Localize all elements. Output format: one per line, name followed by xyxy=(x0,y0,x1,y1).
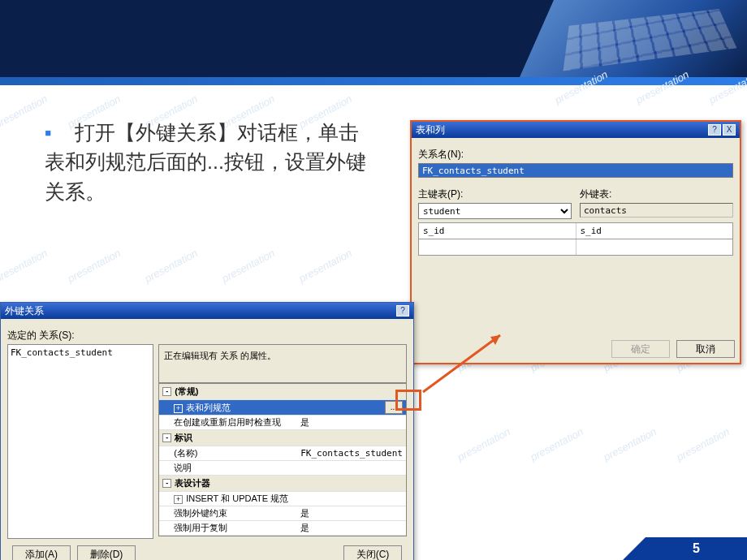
prop-desc-label: 说明 xyxy=(159,461,297,475)
watermark: presentation xyxy=(0,247,50,285)
header-bar xyxy=(0,77,747,85)
watermark: presentation xyxy=(66,247,123,285)
watermark: presentation xyxy=(529,425,585,463)
column-empty[interactable] xyxy=(419,239,576,255)
prop-table-columns[interactable]: +表和列规范 ... xyxy=(159,400,406,416)
collapse-icon[interactable]: - xyxy=(162,387,171,396)
prop-enforce-label: 强制外键约束 xyxy=(159,506,297,520)
collapse-icon[interactable]: - xyxy=(162,433,171,442)
dialog-title: 外键关系 xyxy=(5,304,44,318)
fk-table-readonly: contacts xyxy=(580,203,733,218)
fk-column-cell[interactable]: s_id xyxy=(576,223,733,239)
bullet-icon: ▪ xyxy=(45,121,52,144)
property-grid: -(常规) +表和列规范 ... 在创建或重新启用时检查现是 -标识 (名称)F… xyxy=(158,383,407,536)
prop-enforce-value[interactable]: 是 xyxy=(297,506,406,520)
prop-insert-update: INSERT 和 UPDATE 规范 xyxy=(186,493,288,503)
dialog-titlebar[interactable]: 表和列 ? X xyxy=(412,122,740,138)
prop-replication-label: 强制用于复制 xyxy=(159,521,297,535)
relation-item[interactable]: FK_contacts_student xyxy=(11,347,150,358)
relation-name-input[interactable] xyxy=(418,163,733,178)
ellipsis-button[interactable]: ... xyxy=(385,401,403,414)
ok-button[interactable]: 确定 xyxy=(611,340,670,358)
relation-list[interactable]: FK_contacts_student xyxy=(7,344,153,539)
close-button[interactable]: 关闭(C) xyxy=(343,545,402,560)
help-icon[interactable]: ? xyxy=(396,305,409,317)
pk-table-select[interactable]: student xyxy=(418,203,572,219)
prop-desc-value[interactable] xyxy=(297,467,406,469)
dialog-title: 表和列 xyxy=(416,123,445,137)
prop-name-value[interactable]: FK_contacts_student xyxy=(297,447,406,459)
add-button[interactable]: 添加(A) xyxy=(12,545,71,560)
fk-table-label: 外键表: xyxy=(580,187,733,201)
edit-message: 正在编辑现有 关系 的属性。 xyxy=(158,344,407,383)
delete-button[interactable]: 删除(D) xyxy=(77,545,136,560)
selected-relation-label: 选定的 关系(S): xyxy=(7,329,407,342)
page-number: 5 xyxy=(646,537,747,560)
relation-name-label: 关系名(N): xyxy=(418,148,733,162)
cancel-button[interactable]: 取消 xyxy=(676,340,735,358)
prop-replication-value[interactable]: 是 xyxy=(297,521,406,535)
expand-icon[interactable]: + xyxy=(174,404,183,413)
category-table-designer: 表设计器 xyxy=(175,477,210,489)
prop-name-label: (名称) xyxy=(159,446,297,460)
category-general: (常规) xyxy=(175,386,198,398)
watermark: presentation xyxy=(0,93,50,131)
pk-table-label: 主键表(P): xyxy=(418,187,572,201)
expand-icon[interactable]: + xyxy=(174,495,183,504)
help-icon[interactable]: ? xyxy=(708,124,721,136)
prop-check-label: 在创建或重新启用时检查现 xyxy=(159,416,297,429)
watermark: presentation xyxy=(297,247,354,285)
dialog-titlebar[interactable]: 外键关系 ? xyxy=(1,303,413,319)
keyboard-image xyxy=(520,0,747,77)
watermark: presentation xyxy=(456,425,512,463)
instruction-content: 打开【外键关系】对话框，单击表和列规范后面的...按钮，设置外键关系。 xyxy=(45,121,366,203)
watermark: presentation xyxy=(220,247,277,285)
column-empty[interactable] xyxy=(576,239,733,255)
tables-columns-dialog: 表和列 ? X 关系名(N): 主键表(P): student 外键表: con… xyxy=(410,120,741,364)
watermark: presentation xyxy=(143,247,200,285)
watermark: presentation xyxy=(675,425,732,463)
category-identity: 标识 xyxy=(175,432,192,444)
watermark: presentation xyxy=(602,425,658,463)
instruction-text: ▪打开【外键关系】对话框，单击表和列规范后面的...按钮，设置外键关系。 xyxy=(45,118,378,206)
foreign-key-dialog: 外键关系 ? 选定的 关系(S): FK_contacts_student 正在… xyxy=(0,302,414,560)
prop-check-value[interactable]: 是 xyxy=(297,416,406,429)
collapse-icon[interactable]: - xyxy=(162,479,171,488)
slide-header xyxy=(0,0,747,77)
pk-column-cell[interactable]: s_id xyxy=(419,223,576,239)
close-icon[interactable]: X xyxy=(723,124,736,136)
